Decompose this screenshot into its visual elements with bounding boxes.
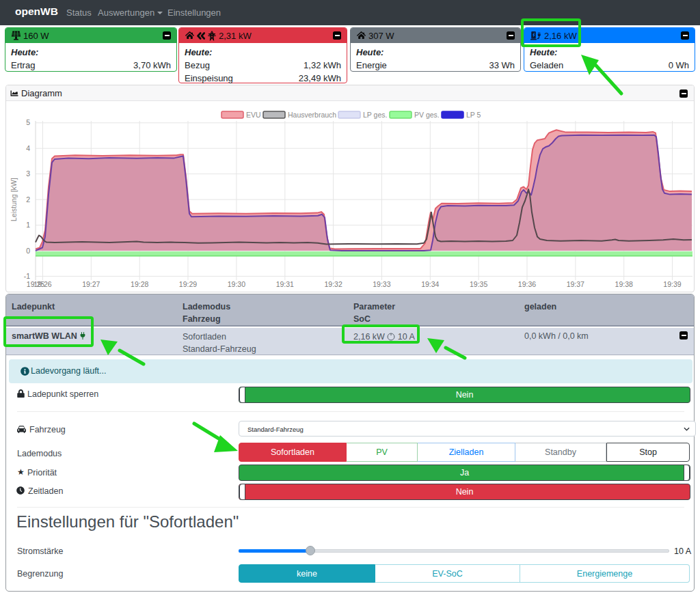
svg-text:19:30: 19:30 bbox=[228, 280, 245, 288]
svg-text:Leistung [kW]: Leistung [kW] bbox=[10, 178, 18, 221]
svg-text:Hausverbrauch: Hausverbrauch bbox=[288, 111, 336, 119]
svg-text:19:36: 19:36 bbox=[518, 280, 536, 288]
svg-text:19:37: 19:37 bbox=[567, 280, 584, 288]
svg-text:LP ges.: LP ges. bbox=[363, 111, 387, 119]
svg-text:19:29: 19:29 bbox=[179, 280, 197, 288]
svg-text:19:31: 19:31 bbox=[276, 280, 294, 288]
svg-text:19:34: 19:34 bbox=[421, 280, 439, 288]
svg-text:19:35: 19:35 bbox=[470, 280, 487, 288]
svg-text:-1: -1 bbox=[24, 272, 30, 280]
svg-text:4: 4 bbox=[26, 144, 30, 152]
svg-text:PV ges.: PV ges. bbox=[414, 111, 440, 119]
svg-text:19:33: 19:33 bbox=[373, 280, 390, 288]
svg-text:19:38: 19:38 bbox=[615, 280, 633, 288]
svg-text:19:25: 19:25 bbox=[27, 280, 44, 288]
svg-text:19:32: 19:32 bbox=[324, 280, 342, 288]
svg-text:0: 0 bbox=[26, 247, 30, 255]
svg-text:19:39: 19:39 bbox=[663, 280, 681, 288]
svg-text:2: 2 bbox=[26, 195, 30, 204]
svg-text:3: 3 bbox=[26, 169, 30, 178]
svg-text:1: 1 bbox=[26, 221, 30, 229]
svg-text:EVU: EVU bbox=[246, 111, 261, 119]
svg-text:LP 5: LP 5 bbox=[466, 111, 481, 119]
svg-text:19:28: 19:28 bbox=[131, 280, 148, 288]
svg-text:19:27: 19:27 bbox=[82, 280, 100, 288]
svg-text:5: 5 bbox=[26, 118, 30, 126]
